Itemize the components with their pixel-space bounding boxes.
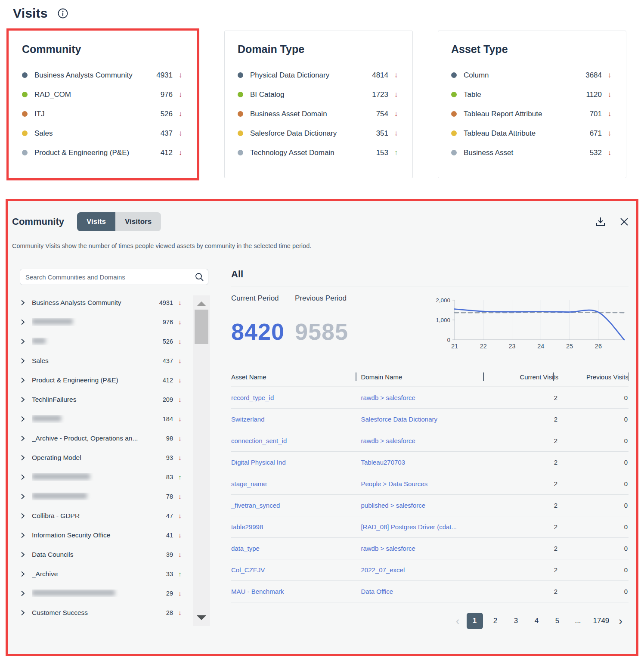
asset-name-link[interactable]: _fivetran_synced <box>231 495 361 516</box>
community-list-item[interactable]: 78↓ <box>20 487 208 506</box>
card-item: Salesforce Data Dictionary351↓ <box>238 124 399 143</box>
asset-name-link[interactable]: stage_name <box>231 473 361 495</box>
page-button-1[interactable]: 1 <box>467 613 483 629</box>
close-icon[interactable] <box>619 217 629 227</box>
chevron-right-icon[interactable] <box>20 590 28 597</box>
chevron-right-icon[interactable] <box>20 338 28 345</box>
download-icon[interactable] <box>595 216 606 227</box>
community-list-item[interactable]: Product & Engineering (P&E)412↓ <box>20 370 208 390</box>
current-visits-value: 2 <box>488 409 558 430</box>
domain-name-link[interactable]: [RAD_08] Postgres Driver (cdat... <box>361 516 488 538</box>
asset-name-link[interactable]: Digital Physical Ind <box>231 452 361 473</box>
search-input[interactable] <box>20 269 208 285</box>
chevron-right-icon[interactable] <box>20 551 28 558</box>
previous-visits-value: 0 <box>558 430 629 452</box>
domain-name-link[interactable]: Data Office <box>361 581 488 602</box>
trend-down-arrow: ↓ <box>606 71 613 80</box>
page-button-2[interactable]: 2 <box>487 613 504 629</box>
redacted-label <box>32 318 157 326</box>
domain-name-link[interactable]: published > salesforce <box>361 495 488 516</box>
card-item-value: 351 <box>366 129 388 138</box>
chevron-right-icon[interactable] <box>20 319 28 326</box>
asset-name-link[interactable]: connection_sent_id <box>231 430 361 452</box>
panel-header: Community VisitsVisitors <box>12 212 629 231</box>
chevron-right-icon[interactable] <box>20 454 28 461</box>
column-header-domain-name[interactable]: Domain Name <box>361 369 488 387</box>
chevron-right-icon[interactable] <box>20 357 28 364</box>
next-page-button[interactable]: › <box>616 615 625 627</box>
asset-name-link[interactable]: Col_CZEJV <box>231 559 361 581</box>
chevron-right-icon[interactable] <box>20 396 28 403</box>
visits-visitors-toggle: VisitsVisitors <box>77 212 161 231</box>
page-button-4[interactable]: 4 <box>529 613 545 629</box>
scrollbar-thumb[interactable] <box>195 310 208 344</box>
community-label: Product & Engineering (P&E) <box>32 376 157 384</box>
search-icon[interactable] <box>195 272 204 283</box>
chevron-right-icon[interactable] <box>20 416 28 422</box>
trend-down-arrow: ↓ <box>176 590 183 597</box>
page-button-5[interactable]: 5 <box>549 613 566 629</box>
chevron-right-icon[interactable] <box>20 512 28 519</box>
trend-down-arrow: ↓ <box>176 415 183 422</box>
column-header-previous-visits[interactable]: Previous Visits <box>558 369 629 387</box>
domain-name-link[interactable]: rawdb > salesforce <box>361 430 488 452</box>
domain-name-link[interactable]: rawdb > salesforce <box>361 538 488 559</box>
asset-name-link[interactable]: Switzerland <box>231 409 361 430</box>
community-list-item[interactable]: Data Councils39↓ <box>20 545 208 564</box>
community-list-item[interactable]: Sales437↓ <box>20 351 208 370</box>
scrollbar-up-arrow[interactable] <box>197 301 206 306</box>
domain-name-link[interactable]: Salesforce Data Dictionary <box>361 409 488 430</box>
asset-name-link[interactable]: MAU - Benchmark <box>231 581 361 602</box>
chevron-right-icon[interactable] <box>20 435 28 442</box>
chevron-right-icon[interactable] <box>20 571 28 577</box>
community-list-item[interactable]: Operating Model93↓ <box>20 448 208 467</box>
trend-down-arrow: ↓ <box>393 129 399 138</box>
scrollbar[interactable] <box>193 295 210 626</box>
page-button-1749[interactable]: 1749 <box>591 613 612 629</box>
column-header-current-visits[interactable]: Current Visits <box>488 369 558 387</box>
info-icon[interactable] <box>57 8 68 19</box>
community-list-item[interactable]: _Archive - Product, Operations an...98↓ <box>20 428 208 448</box>
asset-name-link[interactable]: record_type_id <box>231 387 361 409</box>
page-button-3[interactable]: 3 <box>508 613 524 629</box>
domain-name-link[interactable]: Tableau270703 <box>361 452 488 473</box>
community-list-item[interactable]: TechlinFailures209↓ <box>20 390 208 409</box>
community-list-item[interactable]: Collibra - GDPR47↓ <box>20 506 208 525</box>
chevron-right-icon[interactable] <box>20 493 28 500</box>
scrollbar-down-arrow[interactable] <box>197 615 206 620</box>
chevron-right-icon[interactable] <box>20 609 28 616</box>
svg-text:0: 0 <box>447 337 450 343</box>
domain-name-link[interactable]: People > Data Sources <box>361 473 488 495</box>
domain-name-link[interactable]: 2022_07_excel <box>361 559 488 581</box>
card-items: Column3684↓Table1120↓Tableau Report Attr… <box>451 65 613 162</box>
community-list-item[interactable]: 526↓ <box>20 332 208 351</box>
community-list-item[interactable]: 83↑ <box>20 467 208 487</box>
card-item: Business Asset532↓ <box>451 143 613 162</box>
community-list-item[interactable]: _Archive33↑ <box>20 564 208 583</box>
card-item-label: Business Analysts Community <box>34 71 150 80</box>
community-visits-count: 39 <box>157 551 173 558</box>
chevron-right-icon[interactable] <box>20 474 28 481</box>
trend-down-arrow: ↓ <box>393 71 399 80</box>
domain-name-link[interactable]: rawdb > salesforce <box>361 387 488 409</box>
card-item-value: 1723 <box>366 90 388 99</box>
previous-visits-value: 0 <box>558 473 629 495</box>
community-list-item[interactable]: 29↓ <box>20 583 208 603</box>
asset-name-link[interactable]: data_type <box>231 538 361 559</box>
community-list-item[interactable]: Customer Success28↓ <box>20 603 208 622</box>
asset-name-link[interactable]: table29998 <box>231 516 361 538</box>
tab-visitors[interactable]: Visitors <box>115 212 161 231</box>
blurred-text <box>32 319 73 324</box>
community-list-item[interactable]: Business Analysts Community4931↓ <box>20 293 208 312</box>
chevron-right-icon[interactable] <box>20 377 28 384</box>
community-label: Sales <box>32 357 157 365</box>
previous-visits-value: 0 <box>558 559 629 581</box>
community-list-item[interactable]: 184↓ <box>20 409 208 428</box>
chevron-right-icon[interactable] <box>20 532 28 539</box>
community-list-item[interactable]: 976↓ <box>20 312 208 332</box>
card-item-value: 976 <box>150 90 173 99</box>
community-list-item[interactable]: Information Security Office41↓ <box>20 525 208 545</box>
column-header-asset-name[interactable]: Asset Name <box>231 369 361 387</box>
chevron-right-icon[interactable] <box>20 299 28 306</box>
tab-visits[interactable]: Visits <box>77 212 115 231</box>
